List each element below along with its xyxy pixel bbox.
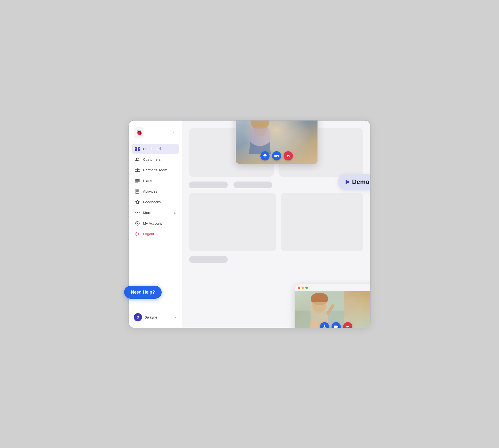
sidebar-item-label: More (143, 210, 151, 215)
sidebar-item-label: Feedbacks (143, 200, 161, 204)
svg-point-8 (139, 169, 140, 170)
svg-point-22 (137, 222, 138, 224)
svg-rect-15 (136, 191, 139, 192)
svg-rect-9 (135, 179, 140, 180)
sidebar-item-label: Customers (143, 157, 161, 161)
sidebar-item-activities[interactable]: Activities (132, 186, 179, 196)
video-window-top (235, 121, 318, 164)
more-icon (135, 210, 140, 215)
logo-icon: 🐞 (136, 129, 142, 136)
logo: 🐞 (134, 127, 144, 138)
sidebar-item-dashboard[interactable]: Dashboard (132, 144, 179, 154)
bottom-skeleton-area (189, 256, 363, 266)
sidebar-item-partners-team[interactable]: Partner's Team (132, 165, 179, 175)
svg-point-7 (137, 168, 138, 170)
collapse-button[interactable]: ‹ (170, 129, 177, 136)
svg-rect-11 (135, 181, 140, 181)
svg-rect-16 (136, 192, 138, 192)
camera-button-bottom[interactable] (331, 322, 341, 328)
video-titlebar-bottom (295, 284, 370, 291)
svg-rect-3 (138, 149, 140, 151)
skeleton-area (189, 181, 363, 188)
skeleton-bar-bottom (189, 256, 228, 263)
play-icon: ▶ (345, 179, 350, 185)
activities-icon (135, 189, 140, 194)
mic-button-top[interactable] (260, 151, 270, 160)
svg-rect-14 (136, 191, 139, 191)
user-chevron-icon: ▲ (174, 316, 177, 319)
video-controls-top (260, 151, 293, 160)
demo-label: Demo (352, 178, 370, 186)
sidebar-item-plans[interactable]: Plans (132, 176, 179, 186)
more-arrow-icon: ▲ (173, 211, 176, 214)
svg-rect-27 (264, 154, 266, 156)
sidebar-item-label: Partner's Team (143, 168, 167, 172)
nav-list: Dashboard Customers (129, 144, 182, 306)
sidebar-item-label: Logout (143, 232, 154, 236)
svg-rect-36 (324, 325, 325, 327)
feedbacks-icon (135, 199, 140, 205)
svg-rect-10 (135, 180, 140, 181)
need-help-button[interactable]: Need Help? (124, 286, 162, 299)
svg-marker-17 (136, 200, 140, 204)
svg-rect-39 (334, 325, 337, 328)
skeleton-bar-2 (234, 181, 272, 188)
end-call-button-top[interactable] (284, 151, 293, 160)
svg-point-19 (137, 212, 138, 213)
content-block-mid-left (189, 193, 276, 251)
svg-point-4 (136, 158, 138, 160)
svg-point-5 (138, 158, 139, 159)
logout-icon (135, 231, 140, 237)
dot-yellow-bottom[interactable] (301, 287, 304, 289)
sidebar-item-my-account[interactable]: My Account (132, 218, 179, 228)
skeleton-bar-1 (189, 181, 228, 188)
sidebar-item-label: Dashboard (143, 147, 161, 151)
dot-red-bottom[interactable] (298, 287, 300, 289)
app-card: 🐞 ‹ Dashboard (128, 120, 371, 328)
video-controls-bottom (320, 322, 352, 328)
camera-button-top[interactable] (272, 151, 281, 160)
video-window-bottom (295, 284, 370, 328)
sidebar: 🐞 ‹ Dashboard (129, 121, 182, 328)
video-content-top (236, 121, 317, 164)
svg-rect-0 (135, 147, 137, 149)
end-call-button-bottom[interactable] (343, 322, 352, 328)
sidebar-item-logout[interactable]: Logout (132, 229, 179, 239)
demo-button[interactable]: ▶ Demo (338, 174, 370, 190)
sidebar-item-label: Activities (143, 189, 157, 193)
user-name: Dwayne (144, 315, 157, 319)
svg-point-6 (136, 169, 137, 170)
sidebar-item-more[interactable]: More ▲ (132, 208, 179, 218)
sidebar-item-label: Plans (143, 179, 152, 183)
mic-button-bottom[interactable] (320, 322, 329, 328)
partners-team-icon (135, 167, 140, 173)
user-row[interactable]: D Dwayne ▲ (134, 311, 177, 324)
mid-row (189, 193, 363, 251)
dot-green-bottom[interactable] (305, 287, 308, 289)
svg-rect-30 (274, 155, 277, 157)
plans-icon (135, 178, 140, 183)
sidebar-footer: D Dwayne ▲ (129, 308, 182, 324)
svg-point-20 (139, 212, 140, 213)
sidebar-item-feedbacks[interactable]: Feedbacks (132, 197, 179, 207)
customers-icon (135, 157, 140, 162)
main-content: ▶ Demo (182, 121, 370, 328)
content-block-mid-right (281, 193, 363, 251)
avatar: D (134, 313, 142, 321)
sidebar-item-label: My Account (143, 221, 162, 225)
my-account-icon (135, 221, 140, 226)
dashboard-icon (135, 146, 140, 152)
sidebar-item-customers[interactable]: Customers (132, 154, 179, 165)
video-person-bottom (295, 291, 370, 328)
svg-point-18 (135, 212, 136, 213)
sidebar-top: 🐞 ‹ (129, 127, 182, 144)
svg-rect-12 (135, 182, 138, 182)
outer-wrapper: 🐞 ‹ Dashboard (116, 109, 383, 339)
svg-rect-2 (135, 149, 137, 151)
svg-rect-1 (138, 147, 140, 149)
